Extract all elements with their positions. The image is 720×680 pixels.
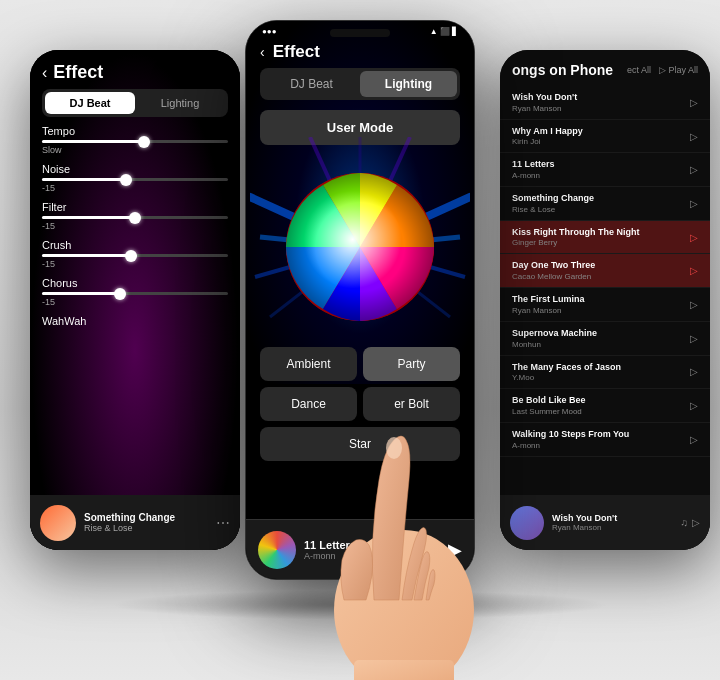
center-phone: ●●● ▲ ⬛ ▋ ‹ Effect DJ Beat Lighting User…: [245, 20, 475, 580]
song-item-7[interactable]: Supernova MachineMonhun ▷: [500, 322, 710, 356]
wahwah-label: WahWah: [42, 315, 228, 327]
filter-control: Filter -15: [42, 201, 228, 231]
song-item-0[interactable]: Wish You Don'tRyan Manson ▷: [500, 86, 710, 120]
song-item-6[interactable]: The First LuminaRyan Manson ▷: [500, 288, 710, 322]
right-header-actions: ect All ▷ Play All: [627, 65, 698, 75]
chorus-value: -15: [42, 297, 228, 307]
play-icon-3[interactable]: ▷: [690, 198, 698, 209]
right-title: ongs on Phone: [512, 62, 613, 78]
play-icon-2[interactable]: ▷: [690, 164, 698, 175]
ambient-button[interactable]: Ambient: [260, 347, 357, 381]
song-item-2[interactable]: 11 LettersA-monn ▷: [500, 153, 710, 187]
tempo-slider[interactable]: [42, 140, 228, 143]
center-album-art: [258, 531, 296, 569]
play-icon-7[interactable]: ▷: [690, 333, 698, 344]
center-tab-lighting[interactable]: Lighting: [360, 71, 457, 97]
scene: ‹ Effect DJ Beat Lighting Tempo Slow: [0, 0, 720, 680]
svg-rect-16: [354, 660, 454, 680]
status-icons: ▲ ⬛ ▋: [430, 27, 458, 36]
center-tab-djbeat[interactable]: DJ Beat: [263, 71, 360, 97]
tempo-label: Tempo: [42, 125, 228, 137]
dance-button[interactable]: Dance: [260, 387, 357, 421]
status-time: ●●●: [262, 27, 277, 36]
chorus-control: Chorus -15: [42, 277, 228, 307]
right-track-artist: Ryan Manson: [552, 523, 673, 532]
star-button[interactable]: Star: [260, 427, 460, 461]
right-album-art: [510, 506, 544, 540]
left-album-art: [40, 505, 76, 541]
right-header: ongs on Phone ect All ▷ Play All: [500, 50, 710, 86]
svg-point-13: [286, 173, 434, 321]
left-back-button[interactable]: ‹: [42, 64, 47, 82]
center-title: Effect: [273, 42, 320, 62]
play-icon-bottom[interactable]: ▷: [692, 517, 700, 528]
crush-slider[interactable]: [42, 254, 228, 257]
left-tabs: DJ Beat Lighting: [42, 89, 228, 117]
right-track-name: Wish You Don't: [552, 513, 673, 523]
chorus-label: Chorus: [42, 277, 228, 289]
play-icon-5[interactable]: ▷: [690, 265, 698, 276]
center-track-name: 11 Letters: [304, 539, 440, 551]
center-tabs: DJ Beat Lighting: [260, 68, 460, 100]
center-header: ‹ Effect: [246, 36, 474, 68]
color-wheel[interactable]: [285, 172, 435, 322]
left-title: Effect: [53, 62, 103, 83]
song-item-10[interactable]: Walking 10 Steps From YouA-monn ▷: [500, 423, 710, 457]
noise-slider[interactable]: [42, 178, 228, 181]
center-track-artist: A-monn: [304, 551, 440, 561]
play-icon-1[interactable]: ▷: [690, 131, 698, 142]
play-icon-10[interactable]: ▷: [690, 434, 698, 445]
noise-label: Noise: [42, 163, 228, 175]
chorus-slider[interactable]: [42, 292, 228, 295]
party-button[interactable]: Party: [363, 347, 460, 381]
tempo-value: Slow: [42, 145, 228, 155]
wahwah-control: WahWah: [42, 315, 228, 327]
thunderbolt-button[interactable]: er Bolt: [363, 387, 460, 421]
center-bottom-bar: 11 Letters A-monn ▶: [246, 519, 474, 579]
play-icon-6[interactable]: ▷: [690, 299, 698, 310]
left-track-info: Something Change Rise & Lose: [84, 512, 208, 533]
song-item-4[interactable]: Kiss Right Through The NightGinger Berry…: [500, 221, 710, 255]
queue-icon[interactable]: ♫: [681, 517, 689, 528]
crush-label: Crush: [42, 239, 228, 251]
tempo-control: Tempo Slow: [42, 125, 228, 155]
play-icon-4[interactable]: ▷: [690, 232, 698, 243]
song-item-9[interactable]: Be Bold Like BeeLast Summer Mood ▷: [500, 389, 710, 423]
play-icon-9[interactable]: ▷: [690, 400, 698, 411]
right-phone: ongs on Phone ect All ▷ Play All Wish Yo…: [500, 50, 710, 550]
left-header: ‹ Effect: [30, 50, 240, 89]
left-tab-djbeat[interactable]: DJ Beat: [45, 92, 135, 114]
shadow-base: [110, 590, 610, 620]
play-icon-0[interactable]: ▷: [690, 97, 698, 108]
crush-control: Crush -15: [42, 239, 228, 269]
song-item-8[interactable]: The Many Faces of JasonY.Moo ▷: [500, 356, 710, 390]
center-notch: [330, 29, 390, 37]
play-icon-8[interactable]: ▷: [690, 366, 698, 377]
left-track-artist: Rise & Lose: [84, 523, 208, 533]
right-track-info: Wish You Don't Ryan Manson: [552, 513, 673, 532]
center-track-info: 11 Letters A-monn: [304, 539, 440, 561]
left-controls-icon[interactable]: ⋯: [216, 515, 230, 531]
play-all-button[interactable]: ▷ Play All: [659, 65, 698, 75]
left-track-name: Something Change: [84, 512, 208, 523]
select-all-button[interactable]: ect All: [627, 65, 651, 75]
noise-value: -15: [42, 183, 228, 193]
mode-buttons: Ambient Party Dance er Bolt: [246, 347, 474, 421]
song-item-5[interactable]: Day One Two ThreeCacao Mellow Garden ▷: [500, 254, 710, 288]
song-item-1[interactable]: Why Am I HappyKirin Joi ▷: [500, 120, 710, 154]
song-item-3[interactable]: Something ChangeRise & Lose ▷: [500, 187, 710, 221]
song-list: Wish You Don'tRyan Manson ▷ Why Am I Hap…: [500, 86, 710, 457]
filter-slider[interactable]: [42, 216, 228, 219]
left-tab-lighting[interactable]: Lighting: [135, 92, 225, 114]
noise-control: Noise -15: [42, 163, 228, 193]
left-controls: Tempo Slow Noise -15: [30, 117, 240, 343]
crush-value: -15: [42, 259, 228, 269]
right-bottom-icons: ♫ ▷: [681, 517, 701, 528]
right-bottom-bar: Wish You Don't Ryan Manson ♫ ▷: [500, 495, 710, 550]
left-bottom-bar: Something Change Rise & Lose ⋯: [30, 495, 240, 550]
left-phone: ‹ Effect DJ Beat Lighting Tempo Slow: [30, 50, 240, 550]
center-play-button[interactable]: ▶: [448, 539, 462, 561]
color-wheel-container: [246, 157, 474, 337]
center-back-button[interactable]: ‹: [260, 44, 265, 60]
